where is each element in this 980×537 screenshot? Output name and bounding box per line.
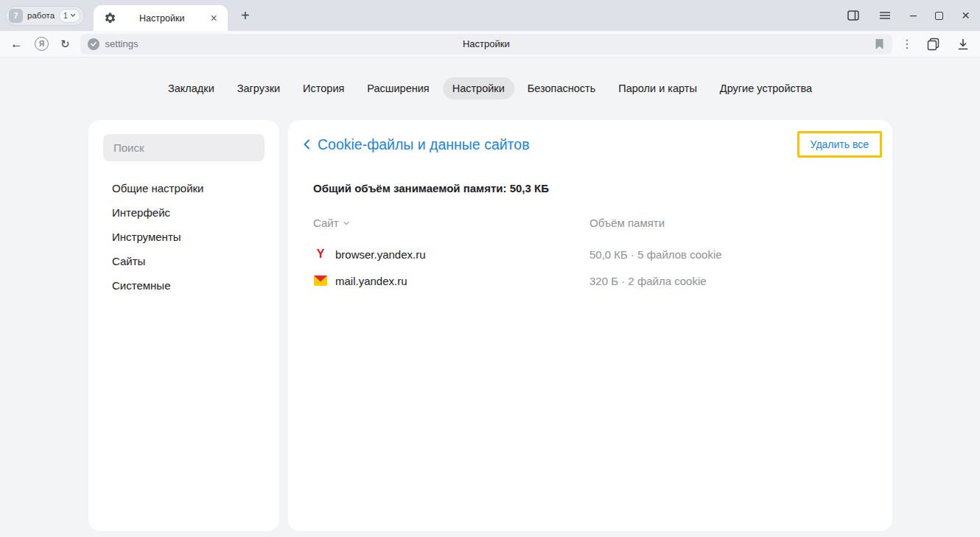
side-panel-icon[interactable]: [847, 9, 860, 22]
settings-sidebar: Общие настройки Интерфейс Инструменты Са…: [88, 120, 279, 531]
table-row-site[interactable]: Y browser.yandex.ru: [313, 241, 589, 267]
back-chevron-icon[interactable]: [300, 137, 315, 152]
nav-item-downloads[interactable]: Загрузки: [228, 77, 290, 99]
column-header-site[interactable]: Сайт: [313, 217, 589, 241]
back-button[interactable]: ←: [10, 37, 23, 52]
column-header-site-label: Сайт: [313, 217, 339, 229]
table-row-site[interactable]: mail.yandex.ru: [313, 267, 589, 294]
tab-strip: 7 работа 1 Настройки × + – ×: [0, 0, 980, 31]
gear-favicon-icon: [104, 12, 116, 24]
new-tab-button[interactable]: +: [235, 7, 256, 24]
nav-item-other-devices[interactable]: Другие устройства: [710, 77, 822, 99]
nav-item-bookmarks[interactable]: Закладки: [158, 77, 224, 99]
window-close-button[interactable]: ×: [962, 7, 970, 24]
tab-group-count-badge: 7: [9, 9, 23, 23]
page-title: Cookie-файлы и данные сайтов: [318, 136, 530, 153]
site-name: mail.yandex.ru: [335, 275, 407, 287]
tab-group-work[interactable]: 7 работа 1: [5, 6, 85, 26]
protect-shield-icon[interactable]: [88, 38, 99, 50]
sidebar-item-interface[interactable]: Интерфейс: [88, 200, 279, 225]
menu-hamburger-icon[interactable]: [878, 9, 892, 22]
search-input[interactable]: [103, 134, 265, 161]
address-bar[interactable]: settings Настройки: [80, 34, 892, 55]
window-minimize-button[interactable]: –: [910, 9, 917, 22]
window-controls: – ×: [847, 7, 970, 24]
column-header-memory: Объём памяти: [589, 217, 863, 241]
tab-close-icon[interactable]: ×: [208, 11, 220, 26]
sidebar-sections: Общие настройки Интерфейс Инструменты Са…: [88, 176, 279, 298]
chevron-down-icon: [70, 13, 76, 18]
sidebar-item-general[interactable]: Общие настройки: [88, 176, 279, 200]
sidebar-item-sites[interactable]: Сайты: [88, 249, 279, 273]
tab-group-label: работа: [27, 11, 55, 20]
page-title-in-urlbar: Настройки: [463, 38, 510, 49]
collections-icon[interactable]: [926, 37, 940, 51]
more-options-icon[interactable]: ⋮: [901, 37, 913, 51]
delete-all-button[interactable]: Удалить все: [797, 131, 882, 158]
reload-button[interactable]: ↻: [60, 38, 70, 51]
sites-table: Сайт Объём памяти Y browser.yandex.ru 50…: [313, 217, 863, 294]
settings-top-nav: Закладки Загрузки История Расширения Нас…: [0, 77, 980, 99]
site-memory: 50,0 КБ · 5 файлов cookie: [589, 241, 863, 267]
sidebar-item-system[interactable]: Системные: [88, 273, 279, 298]
window-maximize-button[interactable]: [935, 12, 943, 20]
total-memory-label: Общий объём занимаемой памяти: 50,3 КБ: [313, 182, 549, 194]
yandex-mail-favicon-icon: [313, 275, 328, 286]
browser-window: 7 работа 1 Настройки × + – ×: [0, 0, 980, 537]
sort-chevron-icon: [343, 220, 350, 227]
settings-page: Закладки Загрузки История Расширения Нас…: [0, 57, 980, 537]
nav-item-security[interactable]: Безопасность: [518, 77, 606, 99]
toolbar-right-icons: [926, 37, 970, 51]
site-memory: 320 Б · 2 файла cookie: [589, 267, 863, 294]
sidebar-item-tools[interactable]: Инструменты: [88, 225, 279, 249]
cookies-panel: Cookie-файлы и данные сайтов Удалить все…: [288, 120, 892, 531]
tab-group-active-count: 1: [63, 11, 68, 20]
tab-group-expander[interactable]: 1: [59, 9, 80, 23]
downloads-icon[interactable]: [956, 38, 970, 51]
yandex-logo-icon[interactable]: Я: [35, 37, 49, 51]
nav-item-settings[interactable]: Настройки: [443, 77, 514, 99]
browser-toolbar: ← Я ↻ settings Настройки ⋮: [0, 31, 980, 57]
site-name: browser.yandex.ru: [335, 248, 426, 261]
bookmark-flag-icon[interactable]: [874, 38, 885, 50]
cookies-header: Cookie-файлы и данные сайтов Удалить все: [300, 130, 882, 158]
url-text: settings: [105, 38, 139, 49]
tab-title: Настройки: [116, 13, 208, 24]
yandex-browser-favicon-icon: Y: [313, 248, 328, 261]
nav-item-history[interactable]: История: [293, 77, 354, 99]
nav-item-passwords[interactable]: Пароли и карты: [609, 77, 707, 99]
tab-settings[interactable]: Настройки ×: [94, 5, 228, 31]
nav-item-extensions[interactable]: Расширения: [357, 77, 438, 99]
